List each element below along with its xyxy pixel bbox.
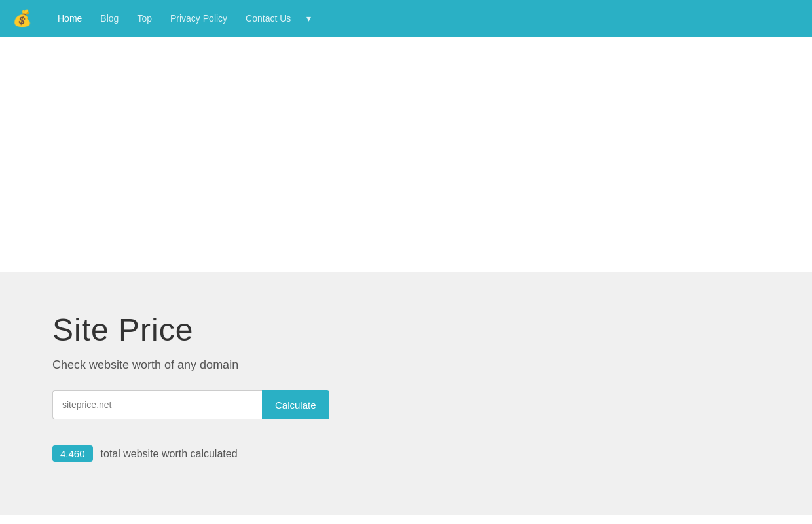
ad-area xyxy=(0,37,812,272)
nav-contact-us[interactable]: Contact Us xyxy=(238,8,299,29)
domain-search-input[interactable] xyxy=(52,390,262,419)
nav-privacy-policy[interactable]: Privacy Policy xyxy=(162,8,235,29)
page-title: Site Price xyxy=(52,312,760,348)
brand-icon: 💰 xyxy=(10,7,34,30)
nav-home[interactable]: Home xyxy=(50,8,90,29)
stats-row: 4,460 total website worth calculated xyxy=(52,445,760,462)
nav-blog[interactable]: Blog xyxy=(92,8,126,29)
nav-dropdown-toggle[interactable]: ▾ xyxy=(301,8,316,29)
nav-links: Home Blog Top Privacy Policy Contact Us … xyxy=(50,8,316,29)
hero-section: Site Price Check website worth of any do… xyxy=(0,272,812,515)
stats-text: total website worth calculated xyxy=(101,448,238,460)
hero-subtitle: Check website worth of any domain xyxy=(52,358,760,372)
search-row: Calculate xyxy=(52,390,760,419)
brand-logo[interactable]: 💰 xyxy=(10,7,34,30)
stats-badge: 4,460 xyxy=(52,445,93,462)
calculate-button[interactable]: Calculate xyxy=(262,390,329,419)
navbar: 💰 Home Blog Top Privacy Policy Contact U… xyxy=(0,0,812,37)
nav-top[interactable]: Top xyxy=(129,8,160,29)
